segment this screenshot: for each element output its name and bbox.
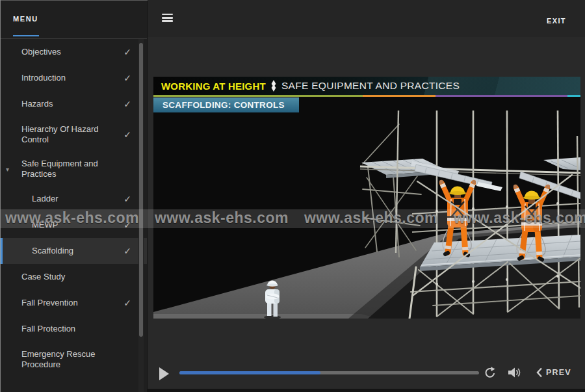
window-left-edge	[0, 0, 1, 392]
title-separator-icon	[271, 80, 276, 92]
sidebar-item-emergency-rescue-procedure[interactable]: Emergency Rescue Procedure	[0, 342, 147, 376]
hamburger-menu-icon[interactable]	[162, 14, 173, 22]
exit-button[interactable]: EXIT	[547, 17, 566, 25]
sidebar-scrollbar-thumb[interactable]	[139, 43, 143, 337]
course-player-window: MENU Objectives✓Introduction✓Hazards✓Hie…	[0, 0, 585, 392]
top-bar: EXIT	[148, 0, 585, 37]
play-button[interactable]	[157, 367, 170, 381]
prev-label: PREV	[546, 368, 571, 377]
slide-content: SCAFFOLDING: CONTROLS	[153, 97, 580, 319]
slide-title-band: WORKING AT HEIGHT SAFE EQUIPMENT AND PRA…	[153, 77, 580, 95]
seekbar-progress	[179, 371, 320, 374]
sidebar-item-label: Fall Prevention	[21, 298, 78, 308]
volume-icon[interactable]	[508, 366, 522, 379]
chevron-left-icon	[536, 367, 542, 378]
sidebar-item-fall-prevention[interactable]: Fall Prevention✓	[0, 290, 147, 316]
seekbar[interactable]	[179, 371, 479, 374]
menu-header: MENU	[0, 0, 147, 39]
slide-subtitle: SCAFFOLDING: CONTROLS	[153, 98, 299, 112]
sidebar-item-label: Introduction	[21, 73, 66, 83]
sidebar-item-hazards[interactable]: Hazards✓	[0, 91, 147, 117]
completed-check-icon: ✓	[121, 194, 131, 204]
sidebar-item-safe-equipment-and-practices[interactable]: ▾Safe Equipment and Practices	[0, 151, 147, 186]
completed-check-icon: ✓	[121, 129, 131, 140]
course-menu: Objectives✓Introduction✓Hazards✓Hierarch…	[0, 39, 147, 392]
completed-check-icon: ✓	[121, 246, 131, 256]
caret-down-icon: ▾	[6, 165, 9, 172]
replay-button[interactable]	[484, 366, 497, 379]
sidebar-item-mewp[interactable]: MEWP✓	[0, 212, 147, 238]
completed-check-icon: ✓	[121, 73, 131, 83]
slide-title-text: SAFE EQUIPMENT AND PRACTICES	[281, 80, 460, 92]
menu-active-underline	[13, 35, 39, 36]
completed-check-icon: ✓	[121, 99, 131, 109]
sidebar-item-label: Case Study	[21, 272, 65, 282]
sidebar-item-label: Hierarchy Of Hazard Control	[21, 124, 110, 144]
sidebar-item-scaffolding[interactable]: Scaffolding✓	[0, 238, 147, 264]
slide-area: WORKING AT HEIGHT SAFE EQUIPMENT AND PRA…	[153, 77, 580, 319]
sidebar-item-label: Safe Equipment and Practices	[21, 159, 110, 179]
completed-check-icon: ✓	[121, 298, 131, 308]
completed-check-icon: ✓	[121, 47, 131, 57]
sidebar-item-label: Scaffolding	[32, 246, 73, 256]
completed-check-icon: ✓	[121, 220, 131, 230]
slide-title-highlight: WORKING AT HEIGHT	[161, 81, 266, 92]
sidebar-item-label: Fall Protection	[21, 324, 75, 334]
sidebar-item-fall-protection[interactable]: Fall Protection	[0, 316, 147, 342]
window-top-edge	[0, 0, 148, 1]
prev-button[interactable]: PREV	[536, 367, 571, 378]
sidebar-item-case-study[interactable]: Case Study	[0, 264, 147, 290]
sidebar-item-label: MEWP	[32, 220, 58, 230]
sidebar-item-label: Objectives	[21, 47, 61, 57]
sidebar-item-objectives[interactable]: Objectives✓	[0, 39, 147, 65]
course-menu-sidebar: MENU Objectives✓Introduction✓Hazards✓Hie…	[0, 0, 148, 392]
sidebar-item-hierarchy-of-hazard-control[interactable]: Hierarchy Of Hazard Control✓	[0, 117, 147, 151]
sidebar-scrollbar-track[interactable]	[138, 39, 144, 392]
sidebar-item-ladder[interactable]: Ladder✓	[0, 186, 147, 212]
sidebar-item-label: Hazards	[21, 99, 53, 109]
sidebar-item-introduction[interactable]: Introduction✓	[0, 65, 147, 91]
menu-title: MENU	[13, 15, 38, 23]
sidebar-item-label: Emergency Rescue Procedure	[21, 349, 110, 369]
sidebar-item-label: Ladder	[32, 194, 58, 204]
scaffolding-scene-illustration	[153, 97, 580, 319]
